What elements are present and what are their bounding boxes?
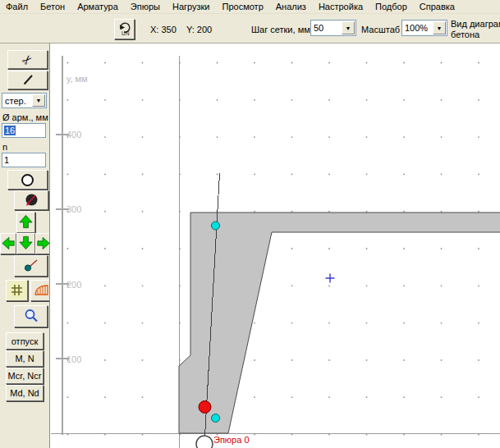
grid-dot (254, 396, 255, 398)
grid-icon (11, 284, 23, 298)
rebar-point-bottom[interactable] (212, 414, 220, 423)
scale-combobox[interactable]: 100% ▼ (401, 20, 447, 36)
move-left-button[interactable] (0, 233, 16, 254)
grid-dot (366, 99, 368, 101)
menu-item-concrete[interactable]: Бетон (34, 0, 71, 13)
diagram-view-label: Вид диаграм бетона (451, 19, 500, 40)
move-up-button[interactable] (16, 212, 35, 233)
grid-dot (478, 248, 479, 249)
menu-item-loads[interactable]: Нагрузки (167, 0, 217, 13)
zoom-button[interactable] (14, 305, 48, 327)
rebar-point-top[interactable] (212, 222, 220, 230)
prestressed-bar-button[interactable] (14, 190, 48, 210)
count-input[interactable]: 1 (2, 153, 46, 167)
grid-dot (478, 285, 479, 286)
grid-dot (441, 174, 443, 176)
grid-dot (291, 434, 293, 436)
grid-dot (403, 62, 405, 64)
grid-dot (328, 99, 330, 101)
grid-dot (441, 434, 443, 436)
grid-dot (441, 248, 443, 249)
grid-dot (478, 434, 479, 436)
grid-dot (254, 136, 255, 138)
grid-dot (478, 322, 479, 324)
reset-view-button[interactable]: UN (114, 19, 135, 39)
y-tick-label-200: 200 (67, 280, 81, 290)
grid-dot (142, 285, 144, 286)
chevron-down-icon[interactable]: ▼ (433, 21, 446, 34)
grid-dots (67, 62, 479, 436)
grid-dot (478, 136, 479, 138)
grid-dot (104, 396, 106, 398)
grid-dot (366, 434, 368, 436)
grid-dot (67, 62, 69, 64)
y-tick-label-300: 300 (67, 204, 81, 214)
cursor-cross (326, 274, 335, 283)
grid-dot (254, 359, 255, 361)
origin-marker[interactable] (196, 436, 213, 448)
grid-dot (104, 99, 106, 101)
grid-dot (366, 285, 368, 286)
grid-dot (104, 136, 106, 138)
menu-item-reinforcement[interactable]: Арматура (71, 0, 125, 13)
menu-item-diagrams[interactable]: Эпюры (125, 0, 167, 13)
menu-item-view[interactable]: Просмотр (217, 0, 270, 13)
hollow-bar-button[interactable] (7, 170, 48, 190)
grid-dot (403, 99, 405, 101)
grid-dot (142, 359, 144, 361)
pin-point-button[interactable] (14, 255, 48, 277)
md-nd-button[interactable]: Md, Nd (6, 385, 44, 401)
coordinate-x-readout: X: 350 (150, 25, 177, 34)
mn-button[interactable]: M, N (6, 350, 44, 367)
chevron-down-icon[interactable]: ▼ (342, 21, 355, 34)
grid-step-value: 50 (311, 23, 342, 33)
grid-dot (328, 174, 330, 176)
grid-dot (217, 99, 218, 101)
bar-type-select[interactable]: стер. ▼ (2, 93, 47, 108)
diameter-input[interactable]: 16 (2, 123, 46, 138)
menu-item-selection[interactable]: Подбор (369, 0, 414, 13)
grid-dot (478, 174, 479, 176)
magnifier-icon (24, 309, 39, 325)
count-label: n (2, 142, 7, 152)
grid-dot (403, 174, 405, 176)
grid-dot (254, 322, 255, 324)
drawing-canvas[interactable]: у, мм400300200100Эпюра 0 (50, 43, 500, 448)
grid-dot (254, 174, 255, 176)
menu-item-file[interactable]: Файл (0, 0, 34, 13)
grid-dot (67, 174, 69, 176)
draw-button[interactable] (7, 71, 48, 89)
grid-dot (142, 99, 144, 101)
grid-dot (441, 211, 443, 213)
epure-label: Эпюра 0 (213, 435, 250, 445)
menu-item-settings[interactable]: Настройка (313, 0, 369, 13)
chevron-down-icon[interactable]: ▼ (32, 94, 45, 107)
grid-dot (328, 136, 330, 138)
mcr-ncr-button[interactable]: Mcr, Ncr (6, 368, 44, 384)
grid-dot (328, 434, 330, 436)
move-down-button[interactable] (16, 233, 35, 254)
grid-dot (104, 322, 106, 324)
cut-button[interactable]: ✂ (7, 50, 48, 69)
grid-dot (142, 396, 144, 398)
grid-dot (478, 62, 479, 64)
pin-icon (23, 258, 39, 274)
grid-toggle-button[interactable] (6, 280, 28, 301)
release-button[interactable]: отпуск (6, 332, 44, 350)
grid-dot (478, 99, 479, 101)
grid-dot (441, 285, 443, 286)
grid-step-combobox[interactable]: 50 ▼ (310, 20, 356, 36)
section-polygon (179, 213, 500, 433)
diameter-label: Ø арм., мм (2, 112, 48, 122)
grid-dot (217, 136, 218, 138)
grid-dot (441, 359, 443, 361)
force-point[interactable] (199, 401, 211, 414)
grid-dot (403, 434, 405, 436)
grid-dot (142, 248, 144, 249)
menu-item-help[interactable]: Справка (414, 0, 461, 13)
menu-item-analysis[interactable]: Анализ (270, 0, 313, 13)
grid-dot (403, 136, 405, 138)
grid-dot (328, 359, 330, 361)
grid-dot (403, 285, 405, 286)
y-tick-label-400: 400 (67, 130, 81, 139)
